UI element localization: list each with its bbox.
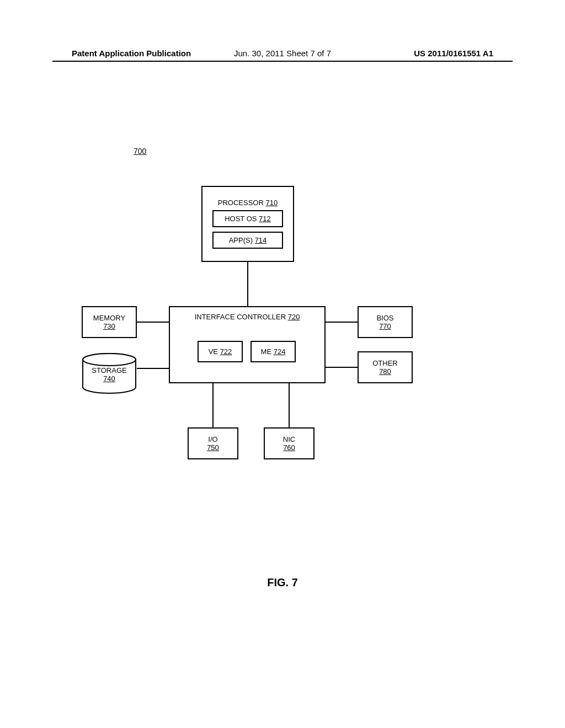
ve-box: VE 722 xyxy=(198,341,243,362)
connector-processor-interface xyxy=(247,262,248,306)
diagram-ref-number: 700 xyxy=(134,147,146,156)
svg-point-1 xyxy=(83,354,136,366)
me-box: ME 724 xyxy=(250,341,296,362)
processor-box: PROCESSOR 710 HOST OS 712 APP(S) 714 xyxy=(201,186,294,262)
header-right: US 2011/0161551 A1 xyxy=(414,49,493,58)
header-divider xyxy=(52,61,513,62)
connector-storage-interface xyxy=(137,368,169,369)
nic-box: NIC 760 xyxy=(264,427,315,459)
connector-bios-interface xyxy=(326,322,358,323)
interface-controller-box: INTERFACE CONTROLLER 720 VE 722 ME 724 xyxy=(169,306,326,383)
figure-label: FIG. 7 xyxy=(267,576,298,589)
storage-label: STORAGE 740 xyxy=(82,366,137,383)
page-header: Patent Application Publication Jun. 30, … xyxy=(0,49,565,58)
interface-controller-label: INTERFACE CONTROLLER 720 xyxy=(170,313,324,321)
memory-box: MEMORY 730 xyxy=(82,306,137,338)
apps-box: APP(S) 714 xyxy=(212,232,283,249)
host-os-box: HOST OS 712 xyxy=(212,210,283,227)
connector-other-interface xyxy=(326,367,358,368)
connector-interface-nic xyxy=(289,383,290,427)
other-box: OTHER 780 xyxy=(358,351,413,383)
bios-box: BIOS 770 xyxy=(358,306,413,338)
io-box: I/O 750 xyxy=(188,427,238,459)
connector-interface-io xyxy=(212,383,214,427)
header-center: Jun. 30, 2011 Sheet 7 of 7 xyxy=(234,49,331,58)
header-left: Patent Application Publication xyxy=(72,49,191,58)
connector-memory-interface xyxy=(137,322,169,323)
processor-label: PROCESSOR 710 xyxy=(218,199,278,207)
